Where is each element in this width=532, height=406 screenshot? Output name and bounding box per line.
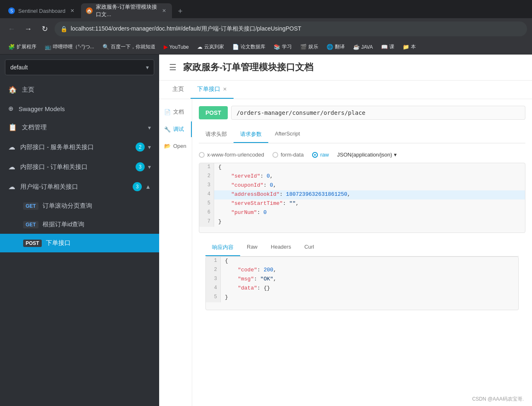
endpoint-bar: POST /orders-manager/consumer/orders/pla…: [199, 106, 525, 120]
java-icon: ☕: [353, 44, 360, 50]
sidebar-item-user-order[interactable]: ☁ 用户端-订单相关接口 3 ▲: [0, 177, 159, 197]
radio-formdata[interactable]: form-data: [272, 152, 304, 158]
radio-formdata-circle: [272, 152, 278, 158]
bookmark-baidu[interactable]: 🔍 百度一下，你就知道: [99, 42, 159, 52]
response-tab-curl-label: Curl: [304, 244, 314, 250]
translate-icon: 🌐: [327, 44, 333, 50]
json-type-chevron: ▾: [394, 152, 397, 158]
sidebar-select[interactable]: default ▾: [5, 59, 154, 75]
tab-jiazhen-label: 家政服务-订单管理模块接口文...: [96, 3, 157, 18]
sub-nav-doc-label: 文档: [173, 108, 184, 116]
back-button[interactable]: ←: [5, 22, 18, 36]
request-tab-params[interactable]: 请求参数: [234, 126, 268, 143]
bookmark-bilibili-label: 哔哩哔哩（°-°)つ...: [53, 43, 94, 50]
bookmark-extensions-label: 扩展程序: [17, 43, 36, 50]
id-query-method: GET: [23, 221, 38, 228]
bookmark-bilibili[interactable]: 📺 哔哩哔哩（°-°)つ...: [41, 42, 98, 52]
entertainment-icon: 🎬: [300, 44, 307, 50]
main-content: default ▾ 🏠 主页 ⊕ Swagger Models 📋 文档管理 ▾…: [0, 55, 532, 406]
sidebar-sub-scroll-query[interactable]: GET 订单滚动分页查询: [0, 197, 159, 215]
bookmark-study[interactable]: 📚 学习: [270, 42, 295, 52]
code-line-2: 2 "serveId": 0,: [199, 172, 525, 181]
bookmark-yunlan[interactable]: ☁ 云岚到家: [194, 42, 227, 52]
bookmark-youtube[interactable]: ▶ YouTube: [160, 43, 192, 51]
internal-order-badge: 3: [136, 162, 145, 171]
panel-header: ☰ 家政服务-订单管理模块接口文档: [159, 55, 532, 81]
sub-nav-debug[interactable]: 🔧 调试: [159, 121, 192, 137]
response-tab-headers-label: Headers: [271, 244, 291, 250]
address-text: localhost:11504/orders-manager/doc.html#…: [71, 25, 301, 33]
tab-nav-home[interactable]: 主页: [166, 81, 191, 99]
sidebar-sub-id-query[interactable]: GET 根据订单id查询: [0, 215, 159, 234]
code-line-1: 1 {: [199, 163, 525, 172]
bookmark-translate[interactable]: 🌐 翻译: [323, 42, 348, 52]
yunlan-icon: ☁: [197, 44, 203, 50]
tab-sentinel-close[interactable]: ✕: [69, 7, 76, 14]
bookmark-extensions[interactable]: 🧩 扩展程序: [5, 42, 40, 52]
response-section: 响应内容 Raw Headers Curl: [199, 240, 525, 317]
request-tab-params-label: 请求参数: [240, 131, 262, 137]
internal-order-chevron: ▾: [148, 164, 151, 170]
bookmark-yunlan-label: 云岚到家: [204, 43, 224, 50]
request-tab-afterscript[interactable]: AfterScript: [268, 126, 307, 143]
bookmarks-bar: 🧩 扩展程序 📺 哔哩哔哩（°-°)つ... 🔍 百度一下，你就知道 ▶ You…: [0, 40, 532, 55]
code-line-3: 3 "couponId": 0,: [199, 181, 525, 190]
code-line-5: 5 "serveStartTime": "",: [199, 199, 525, 209]
bookmark-folder-label: 本: [411, 43, 416, 50]
tab-sentinel[interactable]: S Sentinel Dashboard ✕: [3, 3, 81, 18]
radio-raw[interactable]: raw: [312, 152, 329, 158]
reload-button[interactable]: ↻: [38, 22, 51, 36]
sidebar-sub-place-order[interactable]: POST 下单接口: [0, 234, 159, 252]
json-type-selector[interactable]: JSON(application/json) ▾: [337, 152, 397, 158]
new-tab-button[interactable]: ＋: [174, 4, 187, 17]
request-tab-header[interactable]: 请求头部: [199, 126, 234, 143]
docmanage-chevron: ▾: [148, 124, 151, 131]
address-bar[interactable]: 🔒 localhost:11504/orders-manager/doc.htm…: [55, 21, 527, 36]
sidebar-item-internal-service-label: 内部接口 - 服务单相关接口: [20, 143, 94, 151]
request-body-editor[interactable]: 1 { 2 "serveId": 0, 3 "couponId": 0, 4: [199, 163, 525, 233]
bookmark-lunwen[interactable]: 📄 论文数据库: [229, 42, 269, 52]
radio-formdata-label: form-data: [281, 152, 304, 158]
sidebar-item-docmanage[interactable]: 📋 文档管理 ▾: [0, 118, 159, 137]
internal-service-icon: ☁: [8, 143, 15, 152]
course-icon: 📖: [381, 44, 388, 50]
sidebar-item-swagger[interactable]: ⊕ Swagger Models: [0, 100, 159, 118]
json-type-label: JSON(application/json): [337, 152, 392, 158]
id-query-label: 根据订单id查询: [43, 221, 85, 228]
sub-nav-open[interactable]: 📂 Open: [159, 139, 192, 153]
doc-icon: 📄: [164, 109, 171, 115]
bookmark-entertainment[interactable]: 🎬 娱乐: [297, 42, 322, 52]
tab-jiazhen[interactable]: 🏠 家政服务-订单管理模块接口文... ✕: [81, 3, 172, 18]
panel-title: 家政服务-订单管理模块接口文档: [183, 61, 313, 74]
api-main: POST /orders-manager/consumer/orders/pla…: [192, 99, 532, 406]
response-tab-headers[interactable]: Headers: [264, 240, 298, 256]
tab-jiazhen-close[interactable]: ✕: [161, 7, 167, 14]
sidebar-item-internal-order[interactable]: ☁ 内部接口 - 订单相关接口 3 ▾: [0, 157, 159, 177]
radio-urlencoded-label: x-www-form-urlencoded: [207, 152, 264, 158]
radio-raw-label: raw: [320, 152, 329, 158]
response-line-1: 1 {: [206, 257, 518, 266]
tab-nav-close-icon[interactable]: ✕: [223, 86, 227, 92]
forward-button[interactable]: →: [21, 22, 35, 36]
tab-nav-place-order[interactable]: 下单接口 ✕: [191, 81, 234, 99]
tab-sentinel-label: Sentinel Dashboard: [18, 8, 65, 14]
endpoint-url: /orders-manager/consumer/orders/place: [231, 106, 525, 120]
radio-urlencoded-circle: [199, 152, 205, 158]
sub-nav-doc[interactable]: 📄 文档: [159, 104, 192, 120]
code-line-7: 7 }: [199, 218, 525, 227]
sidebar-item-home[interactable]: 🏠 主页: [0, 80, 159, 100]
radio-raw-circle: [312, 152, 318, 158]
radio-urlencoded[interactable]: x-www-form-urlencoded: [199, 152, 264, 158]
bookmark-folder[interactable]: 📁 本: [399, 42, 419, 52]
response-tab-raw[interactable]: Raw: [240, 240, 264, 256]
response-tab-curl[interactable]: Curl: [298, 240, 321, 256]
docmanage-icon: 📋: [8, 123, 17, 132]
bookmark-java[interactable]: ☕ JAVA: [350, 43, 376, 51]
request-tab-afterscript-label: AfterScript: [275, 131, 300, 137]
bookmark-course[interactable]: 📖 课: [378, 42, 398, 52]
response-tab-content[interactable]: 响应内容: [205, 240, 240, 256]
menu-icon[interactable]: ☰: [169, 62, 177, 72]
sidebar-item-internal-service[interactable]: ☁ 内部接口 - 服务单相关接口 2 ▾: [0, 137, 159, 157]
response-tab-content-label: 响应内容: [212, 244, 234, 250]
scroll-query-label: 订单滚动分页查询: [43, 202, 92, 210]
